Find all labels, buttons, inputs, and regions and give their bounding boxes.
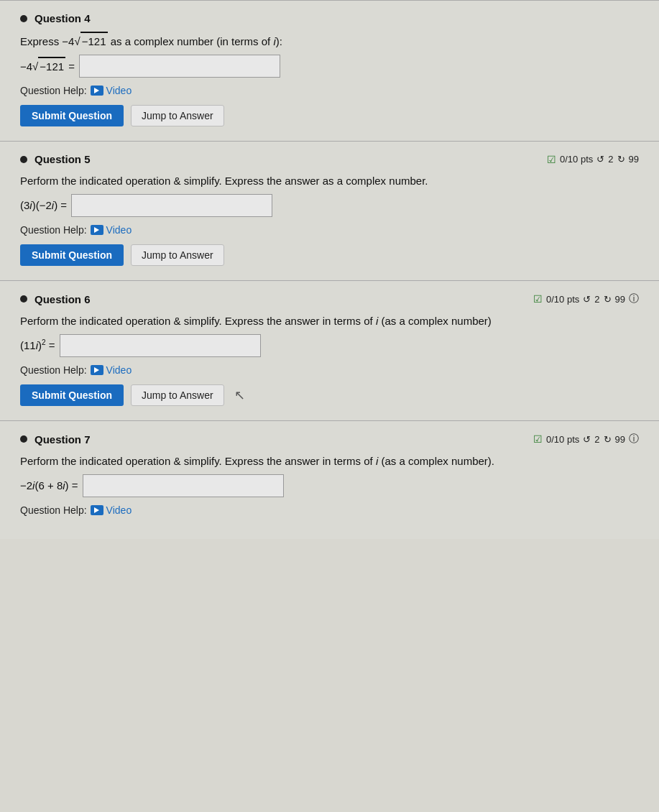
question-6-undo-count: 2	[594, 294, 599, 305]
question-5-answer-row: (3i)(−2i) =	[20, 194, 639, 217]
question-7-meta: ☑ 0/10 pts ↺ 2 ↻ 99 ⓘ	[533, 433, 639, 446]
question-6-answer-row: (11i)2 =	[20, 334, 639, 357]
question-6-number: Question 6	[34, 293, 91, 305]
question-6-video-icon	[91, 365, 103, 375]
question-6-btn-row: Submit Question Jump to Answer ↖	[20, 384, 639, 406]
question-6-pts: 0/10 pts	[546, 294, 579, 305]
question-6-body: Perform the indicated operation & simpli…	[20, 313, 639, 357]
question-4-description: Express −4√−121 as a complex number (in …	[20, 32, 639, 50]
question-6-jump-button[interactable]: Jump to Answer	[131, 384, 224, 406]
question-6-submit-button[interactable]: Submit Question	[20, 384, 124, 406]
question-7-header: Question 7 ☑ 0/10 pts ↺ 2 ↻ 99 ⓘ	[20, 433, 639, 446]
question-4-equation-label: −4√−121 =	[20, 57, 75, 75]
question-7-help: Question Help: Video	[20, 504, 639, 516]
question-6-redo-icon: ↻	[604, 294, 612, 305]
question-6-dot	[20, 295, 27, 303]
question-5-header: Question 5 ☑ 0/10 pts ↺ 2 ↻ 99	[20, 153, 639, 165]
question-4-video-link[interactable]: Video	[91, 85, 132, 96]
question-5-redo-count: 99	[629, 154, 639, 165]
question-5-dot	[20, 156, 27, 163]
question-4-help-label: Question Help:	[20, 85, 87, 96]
question-4-number: Question 4	[34, 12, 91, 24]
question-5-pts: 0/10 pts	[560, 154, 593, 165]
question-7-block: Question 7 ☑ 0/10 pts ↺ 2 ↻ 99 ⓘ Perform…	[0, 420, 659, 539]
question-7-undo-icon: ↺	[583, 434, 591, 445]
question-7-answer-row: −2i(6 + 8i) =	[20, 474, 639, 497]
question-7-video-link[interactable]: Video	[91, 504, 132, 516]
question-7-info-icon: ⓘ	[629, 433, 639, 446]
question-7-pts: 0/10 pts	[546, 434, 579, 445]
question-6-input[interactable]	[60, 334, 261, 357]
question-5-check-icon: ☑	[547, 154, 556, 165]
question-6-block: Question 6 ☑ 0/10 pts ↺ 2 ↻ 99 ⓘ Perform…	[0, 280, 659, 420]
question-4-btn-row: Submit Question Jump to Answer	[20, 105, 639, 126]
question-7-redo-icon: ↻	[604, 434, 612, 445]
question-6-help: Question Help: Video	[20, 364, 639, 376]
question-5-block: Question 5 ☑ 0/10 pts ↺ 2 ↻ 99 Perform t…	[0, 141, 659, 280]
question-4-title: Question 4	[20, 12, 91, 24]
question-4-answer-row: −4√−121 =	[20, 55, 639, 78]
question-7-body: Perform the indicated operation & simpli…	[20, 453, 639, 497]
question-7-check-icon: ☑	[533, 433, 543, 445]
question-6-video-link[interactable]: Video	[91, 364, 132, 376]
question-5-description: Perform the indicated operation & simpli…	[20, 172, 639, 190]
question-5-redo-icon: ↻	[617, 154, 625, 165]
question-4-submit-button[interactable]: Submit Question	[20, 105, 124, 126]
question-4-block: Question 4 Express −4√−121 as a complex …	[0, 0, 659, 141]
question-6-meta: ☑ 0/10 pts ↺ 2 ↻ 99 ⓘ	[533, 292, 639, 305]
question-6-title: Question 6	[20, 293, 91, 305]
question-7-redo-count: 99	[615, 434, 625, 445]
question-7-dot	[20, 435, 27, 443]
question-7-title: Question 7	[20, 433, 91, 446]
question-7-input[interactable]	[83, 474, 284, 497]
question-7-number: Question 7	[34, 433, 91, 446]
question-5-video-icon	[91, 225, 103, 235]
question-6-equation-label: (11i)2 =	[20, 337, 55, 354]
question-7-undo-count: 2	[594, 434, 599, 445]
question-5-video-label: Video	[106, 224, 132, 236]
cursor-arrow-icon: ↖	[234, 387, 245, 403]
question-7-equation-label: −2i(6 + 8i) =	[20, 477, 78, 494]
question-7-video-icon	[91, 505, 103, 515]
question-4-input[interactable]	[79, 55, 280, 78]
question-4-help: Question Help: Video	[20, 85, 639, 96]
question-5-undo-icon: ↺	[596, 154, 604, 165]
question-5-undo-count: 2	[608, 154, 613, 165]
question-4-body: Express −4√−121 as a complex number (in …	[20, 32, 639, 78]
question-6-undo-icon: ↺	[583, 294, 591, 305]
question-6-info-icon: ⓘ	[629, 292, 639, 305]
question-5-meta: ☑ 0/10 pts ↺ 2 ↻ 99	[547, 154, 639, 165]
question-5-submit-button[interactable]: Submit Question	[20, 244, 124, 266]
question-5-title: Question 5	[20, 153, 91, 165]
question-5-body: Perform the indicated operation & simpli…	[20, 172, 639, 217]
question-7-help-label: Question Help:	[20, 504, 87, 516]
question-5-help-label: Question Help:	[20, 224, 87, 236]
question-5-video-link[interactable]: Video	[91, 224, 132, 236]
question-5-jump-button[interactable]: Jump to Answer	[131, 244, 224, 266]
question-4-video-label: Video	[106, 85, 132, 96]
question-6-help-label: Question Help:	[20, 364, 87, 376]
question-4-video-icon	[91, 86, 103, 96]
question-7-description: Perform the indicated operation & simpli…	[20, 453, 639, 470]
question-6-description: Perform the indicated operation & simpli…	[20, 313, 639, 330]
question-4-dot	[20, 15, 27, 22]
question-5-input[interactable]	[71, 194, 272, 217]
question-4-jump-button[interactable]: Jump to Answer	[131, 105, 224, 126]
question-5-help: Question Help: Video	[20, 224, 639, 236]
question-7-video-label: Video	[106, 504, 132, 516]
question-6-video-label: Video	[106, 364, 132, 376]
question-5-equation-label: (3i)(−2i) =	[20, 197, 67, 214]
question-4-header: Question 4	[20, 12, 639, 24]
question-5-number: Question 5	[34, 153, 91, 165]
question-6-redo-count: 99	[615, 294, 625, 305]
question-6-check-icon: ☑	[533, 293, 543, 305]
question-6-header: Question 6 ☑ 0/10 pts ↺ 2 ↻ 99 ⓘ	[20, 292, 639, 305]
question-5-btn-row: Submit Question Jump to Answer	[20, 244, 639, 266]
